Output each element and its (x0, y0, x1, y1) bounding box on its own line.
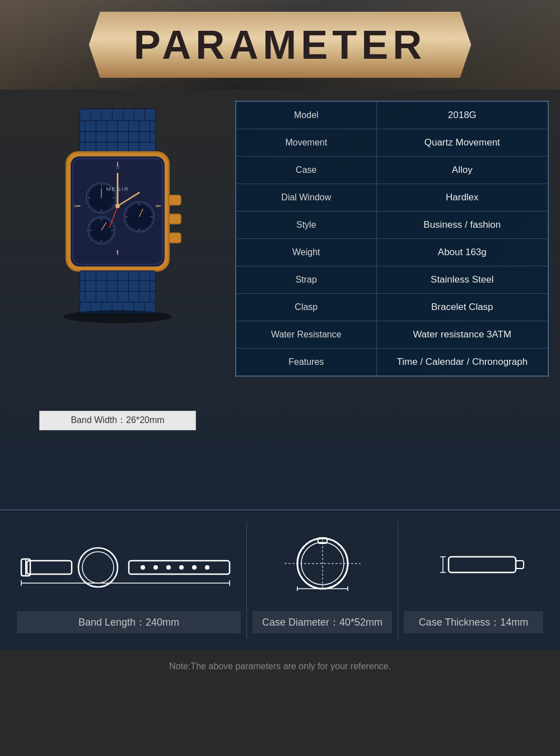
band-length-item: Band Length：240mm (11, 522, 247, 639)
spec-label: Style (236, 212, 376, 239)
case-diameter-item: Case Diameter：40*52mm (247, 522, 398, 639)
dimensions-section: Band Length：240mm Case Diameter：40*52mm (0, 509, 560, 650)
case-thickness-diagram (418, 533, 530, 600)
table-row: Dial WindowHardlex (236, 184, 548, 212)
case-diameter-diagram (278, 533, 367, 600)
table-row: StrapStainless Steel (236, 266, 548, 294)
band-length-svg (17, 541, 241, 591)
spec-value: Quartz Movement (376, 129, 548, 157)
spec-label: Case (236, 157, 376, 184)
note-text: Note:The above parameters are only for y… (11, 661, 549, 672)
spec-label: Dial Window (236, 184, 376, 212)
case-diameter-label: Case Diameter：40*52mm (253, 611, 392, 633)
spec-value: 2018G (376, 101, 548, 129)
spec-label: Model (236, 101, 376, 129)
band-width-label: Band Width：26*20mm (71, 415, 164, 425)
svg-point-112 (205, 565, 209, 570)
watch-image: MEGIR 12 3 6 9 (34, 101, 202, 408)
page-title: PARAMETER (134, 22, 427, 68)
case-thickness-svg (418, 541, 530, 591)
svg-point-101 (64, 310, 172, 323)
header-section: PARAMETER (0, 0, 560, 90)
band-length-label: Band Length：240mm (17, 611, 241, 633)
svg-point-110 (179, 565, 184, 570)
spec-label: Features (236, 349, 376, 377)
svg-rect-126 (516, 561, 524, 569)
watch-svg: MEGIR 12 3 6 9 (36, 104, 199, 406)
svg-point-111 (192, 565, 197, 570)
svg-rect-33 (169, 233, 181, 242)
table-row: MovementQuartz Movement (236, 129, 548, 157)
table-row: StyleBusiness / fashion (236, 212, 548, 239)
case-thickness-item: Case Thickness：14mm (398, 522, 549, 639)
table-row: ClaspBracelet Clasp (236, 294, 548, 321)
svg-point-109 (166, 565, 171, 570)
table-row: Water ResistanceWater resistance 3ATM (236, 321, 548, 349)
svg-rect-31 (169, 195, 181, 205)
band-length-diagram (17, 533, 241, 600)
spec-value: Alloy (376, 157, 548, 184)
svg-rect-0 (80, 109, 156, 121)
svg-text:6: 6 (116, 250, 119, 253)
svg-point-106 (82, 552, 114, 583)
table-row: Model2018G (236, 101, 548, 129)
svg-point-105 (78, 548, 118, 587)
svg-text:MEGIR: MEGIR (106, 186, 129, 192)
spec-value: Stainless Steel (376, 266, 548, 294)
note-section: Note:The above parameters are only for y… (0, 650, 560, 683)
svg-text:3: 3 (156, 204, 158, 208)
spec-label: Clasp (236, 294, 376, 321)
spec-label: Strap (236, 266, 376, 294)
spec-label: Movement (236, 129, 376, 157)
spec-value: Business / fashion (376, 212, 548, 239)
svg-point-108 (153, 565, 158, 570)
svg-rect-125 (449, 557, 516, 572)
svg-text:12: 12 (115, 165, 120, 169)
spec-value: Time / Calendar / Chronograph (376, 349, 548, 377)
table-row: CaseAlloy (236, 157, 548, 184)
spec-value: Hardlex (376, 184, 548, 212)
specs-table: Model2018GMovementQuartz MovementCaseAll… (235, 101, 549, 377)
content-row: MEGIR 12 3 6 9 (11, 101, 549, 430)
svg-point-64 (115, 204, 120, 208)
spec-value: About 163g (376, 239, 548, 266)
table-row: FeaturesTime / Calendar / Chronograph (236, 349, 548, 377)
watch-container: MEGIR 12 3 6 9 (11, 101, 224, 430)
spec-value: Water resistance 3ATM (376, 321, 548, 349)
band-width-container: Band Width：26*20mm (39, 411, 196, 430)
svg-rect-102 (27, 561, 72, 574)
case-thickness-label: Case Thickness：14mm (404, 611, 543, 633)
spec-value: Bracelet Clasp (376, 294, 548, 321)
table-row: WeightAbout 163g (236, 239, 548, 266)
svg-rect-32 (169, 214, 181, 224)
main-section: MEGIR 12 3 6 9 (0, 90, 560, 509)
specs-container: Model2018GMovementQuartz MovementCaseAll… (235, 101, 549, 377)
svg-point-107 (141, 565, 145, 570)
svg-text:9: 9 (74, 204, 76, 208)
spec-label: Weight (236, 239, 376, 266)
case-diameter-svg (278, 536, 367, 597)
header-banner: PARAMETER (89, 12, 472, 78)
spec-label: Water Resistance (236, 321, 376, 349)
